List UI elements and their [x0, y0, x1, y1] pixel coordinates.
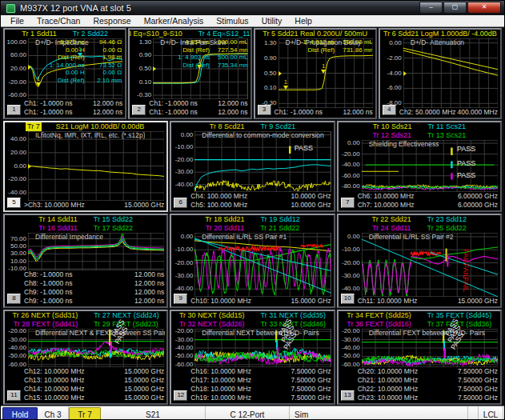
- stimulus-start: Ch13: 10.0000 MHz: [24, 376, 85, 385]
- trace-label[interactable]: Tr 16 Sdd11: [37, 224, 79, 233]
- trace-label[interactable]: Tr 20 Sdd11: [204, 224, 246, 233]
- trace-label[interactable]: Tr 35 FEXT (Sdd45): [426, 311, 494, 320]
- trace-label[interactable]: Tr 8 Scd21: [208, 122, 246, 131]
- channel-window-13[interactable]: Tr 34 FEXT (Sdd25)Tr 35 FEXT (Sdd45)Tr 3…: [337, 310, 502, 405]
- channel-number-badge[interactable]: 3: [258, 105, 271, 115]
- stimulus-labels: Ch20: 10.0000 MHz7.50000 GHzCh21: 10.000…: [339, 367, 500, 403]
- channel-number-badge[interactable]: 1: [7, 105, 21, 115]
- trace-label[interactable]: Tr 18 Sdd21: [203, 215, 246, 224]
- trace-marker[interactable]: 1: [283, 80, 288, 90]
- trace-label[interactable]: Tr 1 Sdd11: [20, 30, 58, 38]
- stimulus-range-line: Ch16: 10.0000 MHz7.50000 GHz: [190, 367, 331, 376]
- channel-window-5[interactable]: Tr 7S21 LogM 10.00dB/ 0.00dB40.0020.000.…: [3, 121, 168, 212]
- reference-level-marker-icon: [153, 66, 156, 71]
- menu-trace-chan[interactable]: Trace/Chan: [30, 15, 86, 26]
- y-tick-label: -60.00: [8, 362, 26, 368]
- channel-window-11[interactable]: Tr 26 NEXT (Sdd31)Tr 27 NEXT (Sdd24)Tr 2…: [3, 310, 168, 405]
- trace-header-line: Tr 28 FEXT (Sdd41)Tr 29 FEXT (Sdd23): [5, 320, 166, 329]
- channel-number-badge[interactable]: 5: [7, 198, 21, 208]
- marker-readouts: 1: 4.912 ns500.00 mUDist (Ref)731.86 mm: [299, 38, 372, 54]
- trace-label[interactable]: Tr 10 Sds21: [371, 122, 414, 131]
- channel-number-badge[interactable]: 12: [174, 390, 187, 401]
- y-tick-label: 0.00: [14, 163, 26, 170]
- close-button[interactable]: ✕: [467, 2, 501, 14]
- trace-label[interactable]: Tr 7: [26, 122, 42, 131]
- trace-label[interactable]: Tr 2 Sdd22: [71, 30, 110, 38]
- menu-help[interactable]: Help: [288, 15, 319, 26]
- channel-window-10[interactable]: Tr 22 Sdd21Tr 23 Sdd12Tr 24 Sdd11Tr 25 S…: [337, 214, 502, 308]
- plot-body: 1.300.900.500.10-0.30D+/D- Propagation D…: [255, 38, 375, 108]
- trace-label[interactable]: Tr 9 Scd21: [259, 122, 297, 131]
- marker-number: 1: [36, 77, 41, 82]
- trace-marker[interactable]: 1: [197, 59, 202, 69]
- channel-window-12[interactable]: Tr 30 NEXT (Sdd15)Tr 31 NEXT (Sdd35)Tr 3…: [170, 310, 335, 405]
- channel-number-badge[interactable]: 10: [341, 294, 355, 304]
- trace-label[interactable]: Tr 6 Sdd21 LogM 1.000dB/ -4.00dB: [382, 30, 499, 38]
- marker-response-value: 2.10 mm: [93, 77, 122, 85]
- trace-plot: [194, 233, 331, 297]
- channel-number-badge[interactable]: 4: [383, 105, 396, 115]
- trace-label[interactable]: Tr 14 Sdd11: [37, 215, 79, 224]
- marker-triangle-icon[interactable]: [321, 70, 326, 74]
- trace-label[interactable]: Tr 11 Scs21: [426, 122, 467, 131]
- trace-label[interactable]: Tr 3 Eq=S10_9-S10: [130, 30, 183, 38]
- channel-number-badge[interactable]: 8: [7, 294, 21, 304]
- marker-triangle-icon[interactable]: [36, 82, 41, 86]
- channel-number-badge[interactable]: 11: [7, 390, 21, 401]
- trace-label[interactable]: S21 LogM 10.00dB/ 0.00dB: [54, 122, 146, 131]
- marker-triangle-icon[interactable]: [197, 65, 202, 69]
- trace-marker[interactable]: 1: [321, 64, 326, 74]
- y-tick-label: 0.00: [347, 140, 360, 146]
- marker-triangle-icon[interactable]: [78, 53, 82, 57]
- trace-marker[interactable]: 1: [36, 77, 41, 86]
- channel-number-badge[interactable]: 13: [341, 390, 355, 401]
- marker-triangle-icon[interactable]: [283, 86, 288, 90]
- channel-number-badge[interactable]: 9: [174, 294, 187, 304]
- channel-window-1[interactable]: Tr 1 Sdd11Tr 2 Sdd22100.0060.0020.00-20.…: [3, 28, 126, 119]
- trace-label[interactable]: Tr 22 Sdd21: [371, 215, 413, 224]
- trace-label[interactable]: Tr 26 NEXT (Sdd31): [11, 311, 80, 320]
- trace-label[interactable]: Tr 19 Sdd12: [259, 215, 301, 224]
- trace-marker[interactable]: 1: [78, 47, 82, 57]
- trace-label[interactable]: Tr 31 NEXT (Sdd35): [259, 311, 327, 320]
- channel-window-7[interactable]: Tr 10 Sds21Tr 11 Scs21Tr 12 Sds21Tr 13 S…: [337, 121, 502, 212]
- trace-label[interactable]: Tr 24 Sdd11: [371, 224, 413, 233]
- channel-number-badge[interactable]: 7: [341, 198, 355, 208]
- menu-utility[interactable]: Utility: [255, 15, 289, 26]
- menu-response[interactable]: Response: [86, 15, 137, 26]
- trace-header-line: Tr 36 FEXT (Sdd16)Tr 37 FEXT (Sdd36): [339, 320, 500, 329]
- trace-label[interactable]: Tr 23 Sdd12: [426, 215, 468, 224]
- minimize-button[interactable]: –: [419, 2, 443, 14]
- trace-label[interactable]: Tr 15 Sdd22: [92, 215, 134, 224]
- channel-number-badge[interactable]: 2: [132, 105, 146, 115]
- channel-window-2[interactable]: Tr 3 Eq=S10_9-S10Tr 4 Eq=S12_11-S11.300.…: [128, 28, 251, 119]
- stimulus-stop: 7.50000 GHz: [291, 376, 331, 385]
- marker-response-value: 94.46 Ω: [93, 38, 122, 46]
- channel-window-3[interactable]: Tr 5 Sdd21 Real 0.200U/ 500mU1.300.900.5…: [254, 28, 377, 119]
- channel-window-8[interactable]: Tr 14 Sdd11Tr 15 Sdd22Tr 16 Sdd11Tr 17 S…: [3, 214, 168, 308]
- channel-window-6[interactable]: Tr 8 Scd21Tr 9 Scd210.00-10.00-20.00-30.…: [170, 121, 335, 212]
- channel-window-4[interactable]: Tr 6 Sdd21 LogM 1.000dB/ -4.00dB0.00-2.0…: [379, 28, 502, 119]
- trace-label[interactable]: Tr 4 Eq=S12_11-S1: [197, 30, 250, 38]
- trace-label[interactable]: Tr 25 Sdd22: [425, 224, 467, 233]
- window-title: M937X 12 port VNA at slot 5: [20, 3, 419, 13]
- trace-label[interactable]: Tr 17 Sdd22: [92, 224, 134, 233]
- trace-label[interactable]: Tr 12 Sds21: [371, 131, 413, 140]
- menu-stimulus[interactable]: Stimulus: [210, 15, 255, 26]
- trace-label[interactable]: Tr 13 Scs21: [426, 131, 467, 140]
- maximize-button[interactable]: ▢: [443, 2, 467, 14]
- trace-label[interactable]: Tr 30 NEXT (Sdd15): [178, 311, 246, 320]
- trace-label[interactable]: Tr 27 NEXT (Sdd24): [92, 311, 161, 320]
- titlebar[interactable]: M937X 12 port VNA at slot 5 – ▢ ✕: [1, 1, 504, 15]
- channel-window-9[interactable]: Tr 18 Sdd21Tr 19 Sdd12Tr 20 Sdd11Tr 21 S…: [170, 214, 335, 308]
- menu-marker-analysis[interactable]: Marker/Analysis: [138, 15, 210, 26]
- menu-file[interactable]: File: [4, 15, 30, 26]
- trace-label[interactable]: Tr 34 FEXT (Sdd25): [345, 311, 413, 320]
- trace-label[interactable]: Tr 5 Sdd21 Real 0.200U/ 500mU: [261, 30, 369, 38]
- stimulus-range-line: Ch1: -1.0000 ns12.000 ns: [24, 99, 122, 108]
- channel-number-badge[interactable]: 6: [174, 198, 187, 208]
- marker-stimulus-value: 0.00 H: [48, 69, 93, 77]
- stimulus-range-line: Ch8: -1.0000 ns12.000 ns: [24, 279, 164, 288]
- trace-label[interactable]: Tr 21 Sdd22: [259, 224, 301, 233]
- trace-header-line: Tr 8 Scd21Tr 9 Scd21: [171, 122, 333, 131]
